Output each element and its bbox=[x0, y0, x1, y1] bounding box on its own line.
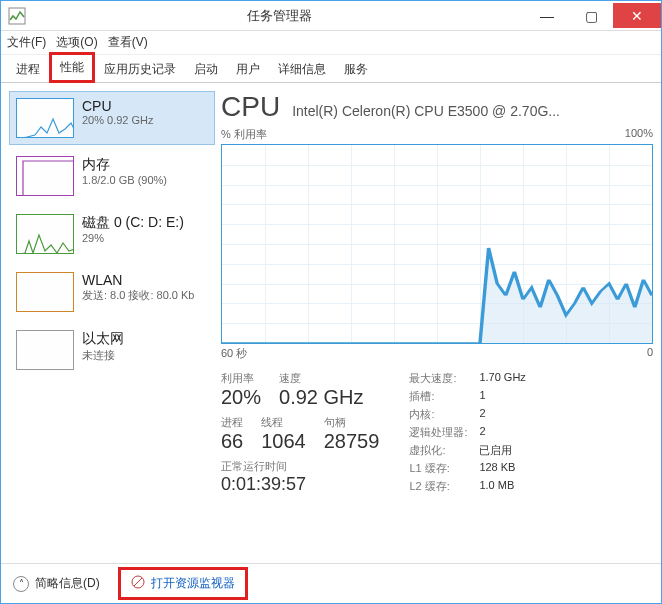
spec-key: L2 缓存: bbox=[409, 479, 479, 494]
tab-4[interactable]: 用户 bbox=[227, 56, 269, 83]
resmon-label: 打开资源监视器 bbox=[151, 575, 235, 592]
stat-row: 进程66线程1064句柄28759 bbox=[221, 415, 379, 453]
sparkline-icon bbox=[16, 330, 74, 370]
resmon-icon bbox=[131, 575, 145, 592]
maximize-button[interactable]: ▢ bbox=[569, 3, 613, 28]
spec-row: L1 缓存:128 KB bbox=[409, 461, 525, 476]
spec-key: L1 缓存: bbox=[409, 461, 479, 476]
uptime-label: 正常运行时间 bbox=[221, 459, 379, 474]
app-icon bbox=[7, 6, 27, 26]
stat: 线程1064 bbox=[261, 415, 306, 453]
window-title: 任务管理器 bbox=[33, 7, 525, 25]
sidebar-item-0[interactable]: CPU20% 0.92 GHz bbox=[9, 91, 215, 145]
stat-value: 28759 bbox=[324, 430, 380, 453]
open-resource-monitor-link[interactable]: 打开资源监视器 bbox=[118, 567, 248, 600]
stats-right: 最大速度:1.70 GHz插槽:1内核:2逻辑处理器:2虚拟化:已启用L1 缓存… bbox=[409, 371, 525, 495]
spec-value: 已启用 bbox=[479, 443, 512, 458]
spec-value: 1.70 GHz bbox=[479, 371, 525, 386]
sidebar-item-sub: 20% 0.92 GHz bbox=[82, 114, 154, 126]
sidebar-item-title: 内存 bbox=[82, 156, 167, 174]
spec-key: 插槽: bbox=[409, 389, 479, 404]
sidebar-item-title: 以太网 bbox=[82, 330, 124, 348]
tab-2[interactable]: 应用历史记录 bbox=[95, 56, 185, 83]
sidebar-item-sub: 29% bbox=[82, 232, 184, 244]
sidebar: CPU20% 0.92 GHz 内存1.8/2.0 GB (90%) 磁盘 0 … bbox=[9, 91, 215, 555]
sidebar-item-sub: 未连接 bbox=[82, 348, 124, 363]
util-label: % 利用率 bbox=[221, 127, 267, 142]
main-panel: CPU Intel(R) Celeron(R) CPU E3500 @ 2.70… bbox=[221, 91, 653, 555]
sidebar-item-4[interactable]: 以太网未连接 bbox=[9, 323, 215, 377]
x-left: 60 秒 bbox=[221, 346, 247, 361]
spec-key: 虚拟化: bbox=[409, 443, 479, 458]
spec-key: 内核: bbox=[409, 407, 479, 422]
tab-0[interactable]: 进程 bbox=[7, 56, 49, 83]
detail-title: CPU bbox=[221, 91, 280, 123]
detail-subtitle: Intel(R) Celeron(R) CPU E3500 @ 2.70G... bbox=[292, 103, 560, 119]
sidebar-item-sub: 发送: 8.0 接收: 80.0 Kb bbox=[82, 288, 195, 303]
stat-row: 利用率20%速度0.92 GHz bbox=[221, 371, 379, 409]
main-header: CPU Intel(R) Celeron(R) CPU E3500 @ 2.70… bbox=[221, 91, 653, 123]
spec-key: 逻辑处理器: bbox=[409, 425, 479, 440]
spec-row: 内核:2 bbox=[409, 407, 525, 422]
tabbar: 进程性能应用历史记录启动用户详细信息服务 bbox=[1, 55, 661, 83]
spec-value: 128 KB bbox=[479, 461, 515, 476]
stat: 进程66 bbox=[221, 415, 243, 453]
sidebar-item-title: WLAN bbox=[82, 272, 195, 288]
menubar: 文件(F) 选项(O) 查看(V) bbox=[1, 31, 661, 55]
stat: 利用率20% bbox=[221, 371, 261, 409]
stats-left: 利用率20%速度0.92 GHz进程66线程1064句柄28759正常运行时间0… bbox=[221, 371, 379, 495]
window-buttons: — ▢ ✕ bbox=[525, 3, 661, 28]
fewer-details-label: 简略信息(D) bbox=[35, 575, 100, 592]
spec-key: 最大速度: bbox=[409, 371, 479, 386]
spec-value: 1.0 MB bbox=[479, 479, 514, 494]
sidebar-item-1[interactable]: 内存1.8/2.0 GB (90%) bbox=[9, 149, 215, 203]
spec-value: 1 bbox=[479, 389, 485, 404]
stat-label: 速度 bbox=[279, 371, 363, 386]
menu-options[interactable]: 选项(O) bbox=[56, 34, 97, 51]
stat: 速度0.92 GHz bbox=[279, 371, 363, 409]
stat-label: 句柄 bbox=[324, 415, 380, 430]
tab-6[interactable]: 服务 bbox=[335, 56, 377, 83]
uptime-value: 0:01:39:57 bbox=[221, 474, 379, 495]
sparkline-icon bbox=[16, 98, 74, 138]
uptime: 正常运行时间0:01:39:57 bbox=[221, 459, 379, 495]
sparkline-icon bbox=[16, 272, 74, 312]
sidebar-item-sub: 1.8/2.0 GB (90%) bbox=[82, 174, 167, 186]
footer: ˄ 简略信息(D) 打开资源监视器 bbox=[1, 563, 661, 603]
menu-view[interactable]: 查看(V) bbox=[108, 34, 148, 51]
stats: 利用率20%速度0.92 GHz进程66线程1064句柄28759正常运行时间0… bbox=[221, 371, 653, 495]
sidebar-item-title: CPU bbox=[82, 98, 154, 114]
stat-value: 66 bbox=[221, 430, 243, 453]
spec-value: 2 bbox=[479, 407, 485, 422]
tab-1[interactable]: 性能 bbox=[49, 52, 95, 83]
spec-row: 逻辑处理器:2 bbox=[409, 425, 525, 440]
stat-label: 利用率 bbox=[221, 371, 261, 386]
titlebar: 任务管理器 — ▢ ✕ bbox=[1, 1, 661, 31]
fewer-details-button[interactable]: ˄ 简略信息(D) bbox=[13, 575, 100, 592]
chart-x-axis: 60 秒 0 bbox=[221, 346, 653, 361]
minimize-button[interactable]: — bbox=[525, 3, 569, 28]
sidebar-item-title: 磁盘 0 (C: D: E:) bbox=[82, 214, 184, 232]
spec-value: 2 bbox=[479, 425, 485, 440]
chevron-up-icon: ˄ bbox=[13, 576, 29, 592]
close-button[interactable]: ✕ bbox=[613, 3, 661, 28]
stat-value: 20% bbox=[221, 386, 261, 409]
x-right: 0 bbox=[647, 346, 653, 361]
spec-row: 虚拟化:已启用 bbox=[409, 443, 525, 458]
stat-label: 进程 bbox=[221, 415, 243, 430]
task-manager-window: 任务管理器 — ▢ ✕ 文件(F) 选项(O) 查看(V) 进程性能应用历史记录… bbox=[0, 0, 662, 604]
tab-5[interactable]: 详细信息 bbox=[269, 56, 335, 83]
spec-row: 最大速度:1.70 GHz bbox=[409, 371, 525, 386]
sidebar-item-2[interactable]: 磁盘 0 (C: D: E:)29% bbox=[9, 207, 215, 261]
util-max: 100% bbox=[625, 127, 653, 142]
stat-label: 线程 bbox=[261, 415, 306, 430]
stat-value: 1064 bbox=[261, 430, 306, 453]
cpu-chart bbox=[221, 144, 653, 344]
tab-3[interactable]: 启动 bbox=[185, 56, 227, 83]
stat-value: 0.92 GHz bbox=[279, 386, 363, 409]
menu-file[interactable]: 文件(F) bbox=[7, 34, 46, 51]
sparkline-icon bbox=[16, 156, 74, 196]
sidebar-item-3[interactable]: WLAN发送: 8.0 接收: 80.0 Kb bbox=[9, 265, 215, 319]
stat: 句柄28759 bbox=[324, 415, 380, 453]
spec-row: 插槽:1 bbox=[409, 389, 525, 404]
